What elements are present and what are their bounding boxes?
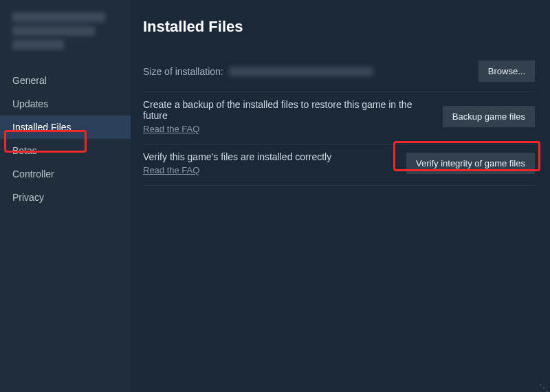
install-size-row: Size of installation: Browse...	[143, 54, 535, 92]
sidebar-nav: General Updates Installed Files Betas Co…	[0, 69, 131, 209]
sidebar-item-betas[interactable]: Betas	[0, 139, 131, 162]
sidebar-item-updates[interactable]: Updates	[0, 92, 131, 116]
resize-grip-icon[interactable]	[539, 381, 547, 389]
backup-description: Create a backup of the installed files t…	[143, 99, 418, 121]
verify-integrity-button[interactable]: Verify integrity of game files	[406, 153, 535, 174]
page-title: Installed Files	[143, 18, 535, 36]
backup-row: Create a backup of the installed files t…	[143, 92, 535, 144]
backup-faq-link[interactable]: Read the FAQ	[143, 124, 418, 134]
game-title-redacted	[0, 12, 131, 69]
sidebar-item-privacy[interactable]: Privacy	[0, 186, 131, 209]
install-size-value-redacted	[229, 67, 373, 76]
main-layout: General Updates Installed Files Betas Co…	[0, 0, 550, 392]
verify-description: Verify this game's files are installed c…	[143, 151, 331, 162]
verify-faq-link[interactable]: Read the FAQ	[143, 165, 331, 175]
browse-button[interactable]: Browse...	[478, 61, 535, 82]
sidebar: General Updates Installed Files Betas Co…	[0, 0, 131, 392]
sidebar-item-installed-files[interactable]: Installed Files	[0, 116, 131, 139]
backup-game-files-button[interactable]: Backup game files	[443, 106, 535, 127]
sidebar-item-controller[interactable]: Controller	[0, 162, 131, 186]
install-size-label: Size of installation:	[143, 66, 373, 77]
verify-row: Verify this game's files are installed c…	[143, 144, 535, 186]
content-pane: Installed Files Size of installation: Br…	[131, 0, 550, 392]
sidebar-item-general[interactable]: General	[0, 69, 131, 92]
